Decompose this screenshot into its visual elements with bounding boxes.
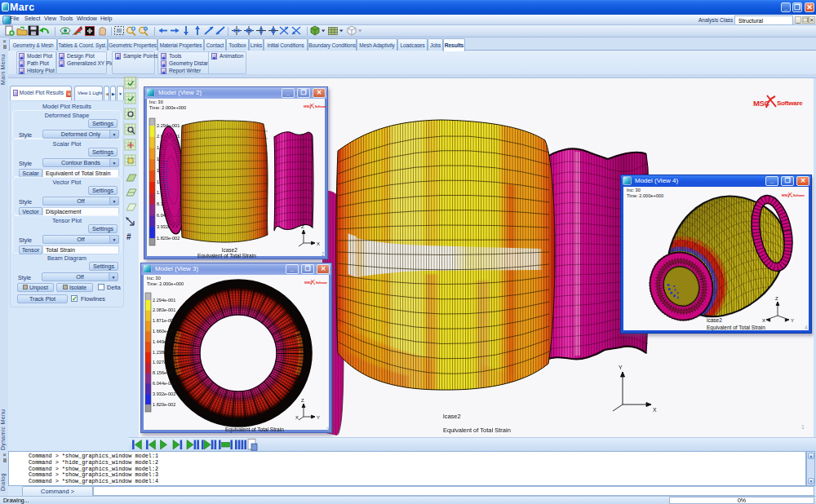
svg-text:Z: Z: [775, 296, 778, 301]
svg-text:Z: Z: [301, 224, 304, 229]
svg-text:Y: Y: [791, 318, 794, 323]
svg-text:Z: Z: [301, 398, 304, 403]
svg-text:8.156e-002: 8.156e-002: [153, 370, 175, 375]
svg-text:lcase2: lcase2: [443, 413, 461, 420]
svg-text:2.294e-001: 2.294e-001: [153, 298, 175, 303]
svg-text:1.871e-001: 1.871e-001: [153, 318, 175, 323]
svg-text:Inc: 30: Inc: 30: [627, 188, 641, 192]
svg-text:X: X: [295, 415, 299, 420]
svg-text:Inc: 30: Inc: 30: [149, 99, 163, 104]
svg-text:1.820e-002: 1.820e-002: [157, 236, 180, 241]
svg-text:1.027e-001: 1.027e-001: [153, 360, 175, 365]
svg-text:X: X: [317, 241, 320, 246]
svg-text:Software: Software: [315, 105, 326, 108]
svg-text:3: 3: [326, 427, 330, 432]
svg-text:Software: Software: [316, 281, 327, 285]
svg-text:Software: Software: [793, 194, 805, 197]
svg-text:#: #: [126, 232, 131, 241]
svg-text:lcase2: lcase2: [707, 317, 722, 323]
svg-text:Equivalent of Total Strain: Equivalent of Total Strain: [225, 427, 284, 433]
svg-text:3.932e-002: 3.932e-002: [153, 391, 175, 396]
svg-text:1.660e-001: 1.660e-001: [153, 329, 175, 334]
svg-text:X: X: [653, 407, 657, 413]
svg-text:X: X: [762, 318, 765, 323]
svg-text:Software: Software: [777, 99, 803, 107]
svg-text:Equivalent of Total Strain: Equivalent of Total Strain: [197, 253, 256, 258]
svg-text:Time: 2.000e+000: Time: 2.000e+000: [149, 105, 186, 110]
svg-text:4: 4: [805, 325, 808, 330]
svg-text:Equivalent of Total Strain: Equivalent of Total Strain: [443, 427, 511, 434]
svg-text:Equivalent of Total Strain: Equivalent of Total Strain: [707, 325, 765, 331]
svg-text:1.820e-002: 1.820e-002: [153, 402, 175, 407]
svg-text:1: 1: [801, 424, 805, 430]
svg-text:1.238e-001: 1.238e-001: [153, 350, 175, 355]
svg-text:Time: 2.000e+000: Time: 2.000e+000: [147, 281, 184, 286]
svg-text:Y: Y: [317, 415, 320, 420]
svg-text:1.449e-001: 1.449e-001: [153, 339, 175, 344]
svg-text:2: 2: [322, 251, 325, 257]
svg-text:2.083e-001: 2.083e-001: [153, 307, 175, 312]
svg-text:6.044e-002: 6.044e-002: [153, 381, 175, 386]
svg-text:Time: 2.000e+000: Time: 2.000e+000: [627, 193, 663, 198]
svg-text:lcase2: lcase2: [222, 247, 237, 253]
svg-text:Y: Y: [619, 365, 623, 370]
svg-text:Inc: 30: Inc: 30: [147, 276, 161, 281]
